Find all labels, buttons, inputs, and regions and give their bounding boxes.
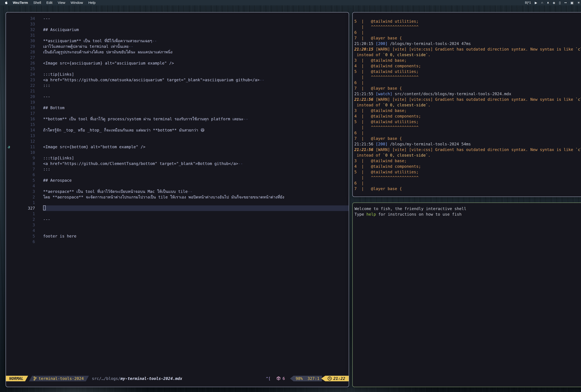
window-manager-icon[interactable]: ▣ [571,1,574,5]
line-number: 25 [6,66,39,72]
menu-bar: WezTermShellEditViewWindowHelp B|*1▶∩ᴥ◈▯… [0,0,581,5]
line-number: 10 [6,150,39,155]
editor-buffer[interactable]: 34---3332## Asciiquarium3130**asciiquari… [6,16,349,244]
line-number: 26 [6,60,39,66]
line-number: 8 [6,161,39,166]
menu-item-wezterm[interactable]: WezTerm [13,1,28,5]
line-number: 327 [6,206,39,211]
git-branch-icon [33,376,37,381]
buffer-line: 6 | [353,30,581,35]
buffer-line: 4 [6,228,349,233]
editor-cursor [43,206,46,210]
editor-window[interactable]: 34---3332## Asciiquarium3130**asciiquari… [5,12,349,387]
line-number: 9 [6,155,39,161]
line-number: 6 [6,239,39,244]
buffer-line: 22::: [6,83,349,88]
buffer-line: 3 [6,222,349,228]
statusline: NORMAL terminal-tools-2024 src/…/blogs/m… [6,376,349,381]
buffer-line: 5 | @tailwind utilities; [353,169,581,175]
line-number: 1 [6,200,39,206]
line-number: 1 [6,211,39,216]
buffer-line: 4 | @tailwind components; [353,63,581,69]
buffer-line: 6 [6,172,349,178]
buffer-line: 6 | [353,80,581,86]
apple-menu-icon[interactable] [5,1,8,4]
buffer-line: | ^^^^^^^^^^^^^^^^^^^^ [353,124,581,130]
buffer-line: 27 [6,55,349,60]
line-number: 7 [6,166,39,172]
line-number: 12 [6,138,39,144]
fish-welcome: Welcome to fish, the friendly interactiv… [355,206,581,212]
line-number: 27 [6,55,39,60]
buffer-line: 9:::tip[Links] [6,155,349,161]
line-number: 13 [6,133,39,138]
buffer-line: 6 [6,239,349,244]
package-cube-icon [276,376,281,381]
buffer-line: 21:21:55 [watch] src/content/docs/blogs/… [353,91,581,96]
buffer-line: 3**aerospace** เป็น tool ที่เอาไว้จัดระเ… [6,189,349,194]
menu-item-view[interactable]: View [58,1,65,5]
toggles-icon[interactable]: •• [565,1,567,4]
menu-item-shell[interactable]: Shell [33,1,41,5]
line-number: 2 [6,194,39,200]
buffer-line: 23<a href="https://github.com/cmatsuoka/… [6,77,349,83]
buffer-line: 21:20:15 [WARN] [vite] [vite:css] Gradie… [353,46,581,52]
buffer-line: 15 [6,122,349,127]
line-number: 18 [6,105,39,110]
buffer-line: 2โดย **aerospace** จะจัดการเอาหน้าต่างโป… [6,194,349,200]
dev-server-pane[interactable]: 5 | @tailwind utilities; | ^^^^^^^^^^^^^… [352,12,581,197]
prompt-input-line[interactable]: ❯ [355,234,581,239]
buffer-line: 4 [6,183,349,189]
escape-key-indicator: ^[ [266,376,271,381]
desktop: WezTermShellEditViewWindowHelp B|*1▶∩ᴥ◈▯… [0,0,581,392]
buffer-line: 31 [6,32,349,38]
line-number: 22 [6,83,39,88]
buffer-line: 29เอาไว้แสดงภาพตู้ปลาผ่าน terminal เท่าน… [6,44,349,49]
buffer-line: 4 | @tailwind components; [353,164,581,169]
buffer-line: 19 [6,100,349,105]
buffer-line: 1 [6,211,349,216]
buffer-line: 30**asciiquarium** เป็น tool ที่มีไว้เพื… [6,38,349,44]
buffer-line: | ^^^^^^^^^^^^^^^^^^^^ [353,24,581,30]
buffer-line: 7::: [6,166,349,172]
help-keyword: help [366,212,376,216]
line-number: 2 [6,216,39,222]
brightness-icon[interactable]: ☀ [577,1,580,5]
clock-icon [327,376,332,381]
buffer-line: 3 | @tailwind base; [353,158,581,164]
buffer-line: a11<Image src={bottom} alt="bottom examp… [6,144,349,150]
buffer-line: 14ถ้าใครรู้จัก _top_ หรือ _htop_ ก็จะเหม… [6,127,349,133]
menu-item-window[interactable]: Window [71,1,83,5]
vim-mark: a [8,144,12,150]
buffer-line: 5 | @tailwind utilities; [353,69,581,74]
line-number: 20 [6,94,39,100]
buffer-line: 7 | @layer base { [353,186,581,192]
git-branch-segment: terminal-tools-2024 [29,376,89,381]
line-number: 3 [6,189,39,194]
obsidian-icon[interactable]: ◈ [553,1,555,5]
buffer-line: 26<Image src={asciiquarium} alt="asciiqu… [6,60,349,66]
cat-icon[interactable]: ᴥ [547,1,549,4]
battery-case-icon[interactable]: ▯ [559,1,561,5]
menu-item-edit[interactable]: Edit [46,1,52,5]
dev-server-output: 5 | @tailwind utilities; | ^^^^^^^^^^^^^… [353,18,581,192]
buffer-line: | ^^^^^^^^^^^^^^^^^^^^ [353,74,581,80]
buffer-line: 5 | @tailwind utilities; [353,18,581,24]
line-number: 29 [6,44,39,49]
fish-shell-pane[interactable]: Welcome to fish, the friendly interactiv… [352,202,581,387]
play-icon[interactable]: ▶ [535,1,537,5]
headphones-icon[interactable]: ∩ [541,1,543,4]
buffer-line: 21:21:56 [WARN] [vite] [vite:css] Gradie… [353,96,581,102]
buffer-line: 12 [6,138,349,144]
workspace-indicator[interactable]: B|*1 [525,1,531,4]
line-number: 33 [6,21,39,27]
fish-output: Welcome to fish, the friendly interactiv… [353,206,581,239]
buffer-line: 6 | [353,180,581,186]
line-number: 30 [6,38,39,44]
buffer-line: 24:::tip[Links] [6,72,349,77]
fish-help-line: Type help for instructions on how to use… [355,212,581,217]
buffer-line: 25 [6,66,349,72]
buffer-line: 4 | @tailwind components; [353,113,581,119]
buffer-line: instead of `0 0, closest-side`. [353,52,581,58]
menu-item-help[interactable]: Help [88,1,95,5]
